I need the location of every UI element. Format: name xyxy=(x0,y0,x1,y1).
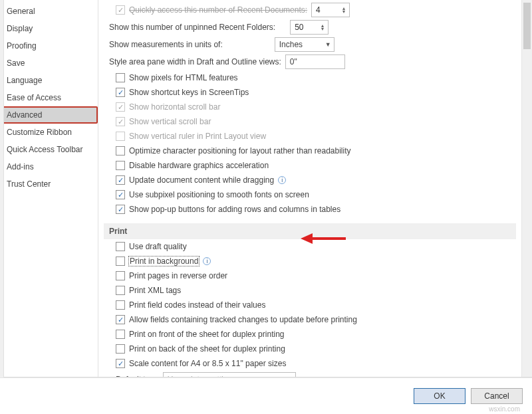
show-pixels-label: Show pixels for HTML features xyxy=(129,73,238,82)
show-hscroll-checkbox: ✓ xyxy=(116,102,125,112)
sidebar-item-ease-of-access[interactable]: Ease of Access xyxy=(0,89,98,106)
show-vruler-checkbox xyxy=(116,132,125,141)
chevron-down-icon: ▼ xyxy=(325,41,331,48)
advanced-options-panel: ✓ Quickly access this number of Recent D… xyxy=(98,0,521,377)
default-tray-dropdown[interactable]: Use printer settings▼ xyxy=(163,372,296,377)
print-background-checkbox[interactable] xyxy=(116,257,125,266)
sidebar-item-general[interactable]: General xyxy=(0,3,98,20)
quick-access-spin[interactable]: 4▴▾ xyxy=(311,3,350,17)
subpixel-checkbox[interactable]: ✓ xyxy=(116,190,125,199)
show-shortcut-keys-checkbox[interactable]: ✓ xyxy=(116,88,125,97)
recent-folders-label: Show this number of unpinned Recent Fold… xyxy=(109,23,275,32)
print-front-checkbox[interactable] xyxy=(116,330,125,339)
show-pixels-checkbox[interactable] xyxy=(116,73,125,82)
tracked-changes-label: Allow fields containing tracked changes … xyxy=(129,315,357,324)
disable-hw-accel-checkbox[interactable] xyxy=(116,161,125,170)
optimize-positioning-checkbox[interactable] xyxy=(116,146,125,155)
recent-folders-spin[interactable]: 50▴▾ xyxy=(290,20,329,35)
sidebar-item-display[interactable]: Display xyxy=(0,20,98,37)
print-background-label: Print in background xyxy=(129,257,199,266)
draft-quality-label: Use draft quality xyxy=(129,242,187,251)
subpixel-label: Use subpixel positioning to smooth fonts… xyxy=(129,190,309,199)
dialog-footer: OK Cancel xyxy=(0,377,532,414)
sidebar-item-add-ins[interactable]: Add-ins xyxy=(0,158,98,175)
sidebar-item-quick-access-toolbar[interactable]: Quick Access Toolbar xyxy=(0,141,98,158)
disable-hw-accel-label: Disable hardware graphics acceleration xyxy=(129,161,269,170)
spin-arrows-icon: ▴▾ xyxy=(319,24,327,31)
show-hscroll-label: Show horizontal scroll bar xyxy=(129,102,220,112)
sidebar-item-proofing[interactable]: Proofing xyxy=(0,37,98,54)
reverse-order-label: Print pages in reverse order xyxy=(129,271,227,280)
style-area-input[interactable]: 0" xyxy=(285,54,345,69)
info-icon[interactable]: i xyxy=(203,257,211,265)
options-sidebar: General Display Proofing Save Language E… xyxy=(0,0,98,377)
print-section-header: Print xyxy=(104,223,516,239)
show-vscroll-checkbox: ✓ xyxy=(116,117,125,126)
ok-button[interactable]: OK xyxy=(414,388,466,404)
measurement-units-dropdown[interactable]: Inches▼ xyxy=(275,37,334,52)
sidebar-item-customize-ribbon[interactable]: Customize Ribbon xyxy=(0,124,98,141)
scale-content-label: Scale content for A4 or 8.5 x 11" paper … xyxy=(129,359,286,368)
tracked-changes-checkbox[interactable]: ✓ xyxy=(116,315,125,324)
sidebar-item-save[interactable]: Save xyxy=(0,54,98,72)
print-back-label: Print on back of the sheet for duplex pr… xyxy=(129,344,285,354)
sidebar-item-trust-center[interactable]: Trust Center xyxy=(0,175,98,193)
default-tray-label: Default tray: xyxy=(116,375,159,377)
print-back-checkbox[interactable] xyxy=(116,344,125,354)
reverse-order-checkbox[interactable] xyxy=(116,271,125,280)
xml-tags-label: Print XML tags xyxy=(129,286,181,295)
popup-buttons-checkbox[interactable]: ✓ xyxy=(116,205,125,214)
sidebar-item-language[interactable]: Language xyxy=(0,72,98,89)
chevron-down-icon: ▼ xyxy=(287,376,293,377)
measurement-units-label: Show measurements in units of: xyxy=(109,40,223,49)
update-dragging-label: Update document content while dragging xyxy=(129,175,274,185)
field-codes-label: Print field codes instead of their value… xyxy=(129,300,265,310)
vertical-scrollbar[interactable] xyxy=(521,0,532,377)
info-icon[interactable]: i xyxy=(278,176,286,184)
xml-tags-checkbox[interactable] xyxy=(116,286,125,295)
spin-arrows-icon: ▴▾ xyxy=(340,7,348,13)
cancel-button[interactable]: Cancel xyxy=(471,388,523,404)
show-shortcut-keys-label: Show shortcut keys in ScreenTips xyxy=(129,88,249,97)
print-front-label: Print on front of the sheet for duplex p… xyxy=(129,330,284,339)
scrollbar-thumb[interactable] xyxy=(523,3,531,49)
quick-access-checkbox[interactable]: ✓ xyxy=(116,5,125,15)
field-codes-checkbox[interactable] xyxy=(116,300,125,310)
scale-content-checkbox[interactable]: ✓ xyxy=(116,359,125,368)
draft-quality-checkbox[interactable] xyxy=(116,242,125,251)
update-dragging-checkbox[interactable]: ✓ xyxy=(116,175,125,185)
style-area-label: Style area pane width in Draft and Outli… xyxy=(109,57,281,66)
quick-access-label: Quickly access this number of Recent Doc… xyxy=(129,5,307,15)
popup-buttons-label: Show pop-up buttons for adding rows and … xyxy=(129,205,340,214)
optimize-positioning-label: Optimize character positioning for layou… xyxy=(129,146,351,155)
sidebar-item-advanced[interactable]: Advanced xyxy=(0,106,98,124)
show-vruler-label: Show vertical ruler in Print Layout view xyxy=(129,132,266,141)
show-vscroll-label: Show vertical scroll bar xyxy=(129,117,211,126)
